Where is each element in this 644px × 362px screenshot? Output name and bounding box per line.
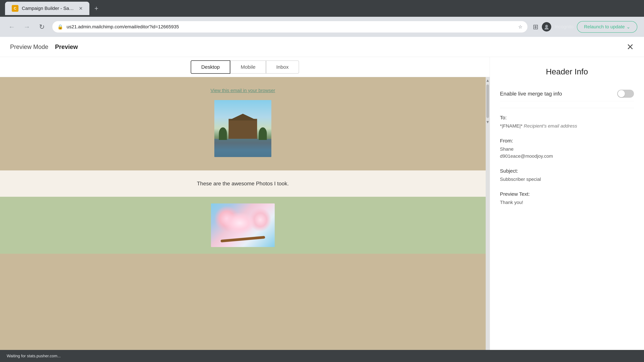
incognito-label: Incognito: [554, 24, 574, 29]
browser-title-bar: C Campaign Builder - Sample Tem... ✕ +: [0, 0, 644, 17]
close-preview-button[interactable]: ✕: [626, 42, 634, 51]
new-tab-icon[interactable]: +: [94, 5, 98, 12]
tab-close-icon[interactable]: ✕: [79, 6, 83, 11]
reload-button[interactable]: ↻: [37, 23, 47, 31]
flower-image: [211, 203, 275, 247]
forward-button[interactable]: →: [22, 23, 32, 31]
email-preview-area: Desktop Mobile Inbox View this email in …: [0, 57, 490, 350]
email-photos-text: These are the awesome Photos I took.: [17, 180, 469, 187]
breadcrumb: Preview Mode Preview: [10, 43, 78, 50]
bookmark-icon[interactable]: ☆: [518, 24, 522, 30]
email-header-section: View this email in your browser: [0, 77, 486, 170]
relaunch-chevron-icon: ⌄: [626, 24, 630, 30]
tab-inbox[interactable]: Inbox: [266, 60, 299, 73]
subject-label: Subject:: [500, 168, 634, 174]
incognito-badge: [542, 22, 551, 31]
header-info-panel: Header Info Enable live merge tag info T…: [490, 57, 644, 350]
preview-mode-label: Preview Mode: [10, 43, 48, 50]
tab-favicon: C: [12, 5, 18, 12]
preview-text-label: Preview Text:: [500, 191, 634, 197]
email-text-section: These are the awesome Photos I took.: [0, 170, 486, 197]
email-scroll-area[interactable]: View this email in your browser: [0, 77, 486, 350]
subject-value: Subbscriber special: [500, 176, 634, 183]
scroll-down-arrow[interactable]: ▼: [486, 120, 490, 124]
subject-field-group: Subject: Subbscriber special: [500, 168, 634, 183]
to-value: *|FNAME|* Recipient's email address: [500, 122, 634, 130]
relaunch-label: Relaunch to update: [584, 24, 625, 29]
email-frame-container: View this email in your browser: [0, 77, 490, 350]
preview-text-value: Thank you!: [500, 199, 634, 206]
preview-tabs: Desktop Mobile Inbox: [0, 57, 490, 77]
preview-label: Preview: [55, 43, 78, 50]
temple-image: [214, 100, 271, 157]
main-layout: Desktop Mobile Inbox View this email in …: [0, 57, 644, 350]
svg-point-0: [545, 25, 548, 27]
divider-1: [500, 108, 634, 108]
from-email: d901eace@moodjoy.com: [500, 153, 634, 160]
email-flower-section: [0, 197, 486, 254]
tab-mobile[interactable]: Mobile: [230, 60, 266, 73]
to-merge-tag: *|FNAME|*: [500, 123, 522, 129]
browser-window: C Campaign Builder - Sample Tem... ✕ + ←…: [0, 0, 644, 362]
to-label: To:: [500, 115, 634, 120]
enable-live-merge-toggle[interactable]: [617, 90, 634, 98]
browser-tab-active[interactable]: C Campaign Builder - Sample Tem... ✕: [5, 2, 90, 15]
from-label: From:: [500, 138, 634, 144]
from-name: Shane: [500, 146, 634, 153]
scroll-up-arrow[interactable]: ▲: [486, 78, 490, 82]
url-text: us21.admin.mailchimp.com/email/editor?id…: [66, 24, 515, 29]
nav-icons-right: ⊞ Incognito Relaunch to update ⌄: [533, 21, 638, 33]
enable-live-merge-row: Enable live merge tag info: [500, 86, 634, 101]
to-email-placeholder: Recipient's email address: [522, 123, 577, 129]
app-content: Preview Mode Preview ✕ Desktop Mobile In…: [0, 37, 644, 350]
vertical-scrollbar[interactable]: ▲ ▼: [486, 77, 490, 350]
address-bar[interactable]: 🔒 us21.admin.mailchimp.com/email/editor?…: [52, 21, 528, 33]
view-browser-link[interactable]: View this email in your browser: [210, 88, 275, 93]
preview-mode-bar: Preview Mode Preview ✕: [0, 37, 644, 57]
tab-grid-icon[interactable]: ⊞: [533, 23, 538, 31]
status-text: Waiting for stats.pusher.com...: [7, 354, 61, 358]
scroll-thumb[interactable]: [486, 84, 489, 118]
relaunch-button[interactable]: Relaunch to update ⌄: [577, 21, 637, 33]
to-field-group: To: *|FNAME|* Recipient's email address: [500, 115, 634, 130]
browser-nav-bar: ← → ↻ 🔒 us21.admin.mailchimp.com/email/e…: [0, 17, 644, 37]
header-info-title: Header Info: [500, 67, 634, 76]
lock-icon: 🔒: [57, 24, 63, 30]
status-bar: Waiting for stats.pusher.com...: [0, 350, 644, 362]
from-field-group: From: Shane d901eace@moodjoy.com: [500, 138, 634, 160]
toggle-knob: [618, 90, 625, 97]
tab-title: Campaign Builder - Sample Tem...: [22, 6, 76, 11]
preview-text-field-group: Preview Text: Thank you!: [500, 191, 634, 206]
email-content: View this email in your browser: [0, 77, 486, 350]
back-button[interactable]: ←: [7, 23, 17, 31]
tab-desktop[interactable]: Desktop: [191, 60, 230, 74]
enable-live-merge-label: Enable live merge tag info: [500, 91, 562, 97]
